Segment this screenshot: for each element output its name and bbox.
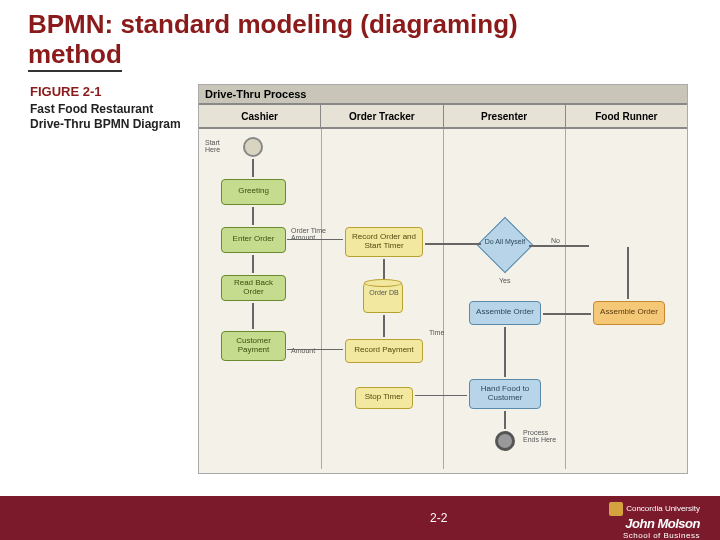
lane-cashier: Cashier [199,105,321,127]
swimlanes: Start Here Greeting Enter Order Read Bac… [199,129,687,469]
content-area: FIGURE 2-1 Fast Food Restaurant Drive-Th… [0,76,720,82]
arrow [504,327,506,377]
pool-header: Drive-Thru Process [199,85,687,105]
arrow [425,243,481,245]
figure-caption: Fast Food Restaurant Drive-Thru BPMN Dia… [30,102,190,132]
end-event [495,431,515,451]
footer-bar: 2-2 Concordia University John Molson Sch… [0,496,720,540]
figure-label: FIGURE 2-1 Fast Food Restaurant Drive-Th… [30,84,190,132]
lane-div-1 [321,129,322,469]
arrow [504,411,506,429]
arrow [543,313,591,315]
arrow [627,247,629,299]
logo-icon [609,502,623,516]
task-stop-timer: Stop Timer [355,387,413,409]
task-enter-order: Enter Order [221,227,286,253]
task-hand-food: Hand Food to Customer [469,379,541,409]
arrow [252,159,254,177]
logo-block: Concordia University John Molson School … [609,502,700,540]
slide-title: BPMN: standard modeling (diagraming) met… [0,0,720,76]
title-text-l2: method [28,40,122,72]
lane-tracker: Order Tracker [321,105,443,127]
arrow [383,259,385,279]
lbl-yes: Yes [499,277,510,284]
arrow [287,349,343,350]
task-assemble-p: Assemble Order [469,301,541,325]
logo-sub: School of Business [609,531,700,540]
title-text-l1: BPMN: standard modeling (diagraming) [28,9,518,39]
lane-div-3 [565,129,566,469]
task-greeting: Greeting [221,179,286,205]
arrow [287,239,343,240]
lbl-no: No [551,237,560,244]
db-label: Order DB [369,289,399,296]
lane-presenter: Presenter [444,105,566,127]
start-label: Start Here [205,139,235,153]
arrow [383,315,385,337]
figure-number: FIGURE 2-1 [30,84,190,99]
task-record-order: Record Order and Start Timer [345,227,423,257]
arrow [252,207,254,225]
bpmn-diagram: Drive-Thru Process Cashier Order Tracker… [198,84,688,474]
end-label: Process Ends Here [523,429,563,443]
arrow [529,245,589,247]
task-record-payment: Record Payment [345,339,423,363]
lane-div-2 [443,129,444,469]
order-db [363,281,403,313]
task-read-back: Read Back Order [221,275,286,301]
task-payment: Customer Payment [221,331,286,361]
start-event [243,137,263,157]
arrow [252,255,254,273]
lane-headers: Cashier Order Tracker Presenter Food Run… [199,105,687,129]
arrow [252,303,254,329]
logo-university: Concordia University [609,502,700,516]
task-assemble-r: Assemble Order [593,301,665,325]
page-number: 2-2 [430,511,447,525]
arrow [415,395,467,396]
logo-main: John Molson [609,516,700,531]
lbl-time: Time [429,329,444,336]
gateway-label: Do All Myself [480,238,530,245]
lane-runner: Food Runner [566,105,687,127]
